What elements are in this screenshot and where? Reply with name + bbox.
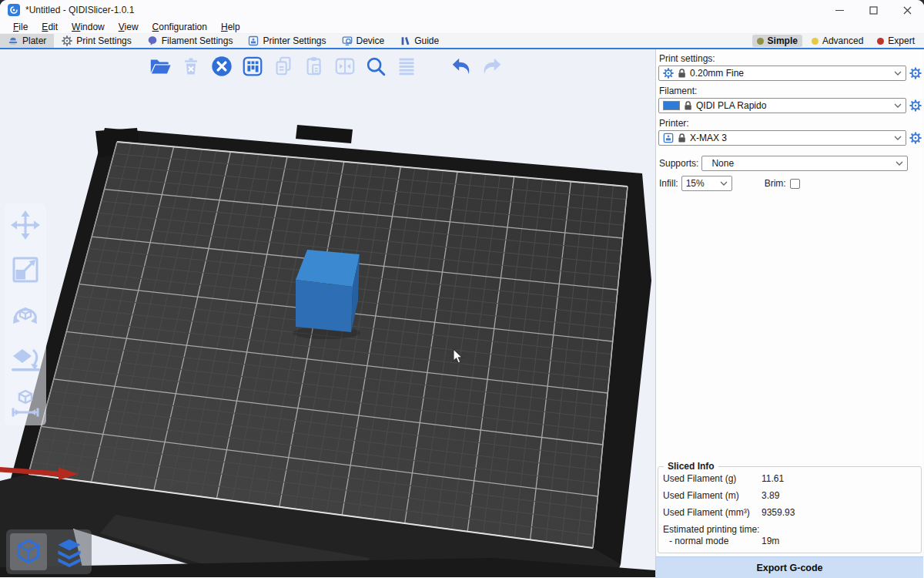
search-icon[interactable] xyxy=(363,54,387,78)
scale-icon[interactable] xyxy=(8,252,43,287)
menu-configuration[interactable]: Configuration xyxy=(146,22,214,32)
open-icon[interactable] xyxy=(148,54,172,78)
printer-value: X-MAX 3 xyxy=(690,133,890,143)
chevron-down-icon xyxy=(896,161,903,166)
filament-label: Filament: xyxy=(659,86,923,96)
printer-dropdown[interactable]: X-MAX 3 xyxy=(658,130,906,146)
tab-guide[interactable]: Guide xyxy=(392,34,447,48)
printer-label: Printer: xyxy=(659,119,923,129)
sliced-info-panel: Sliced Info Used Filament (g) 11.61 Used… xyxy=(658,466,922,553)
settings-panel: Print settings: 0.20mm Fine Filament: QI… xyxy=(655,49,923,578)
mode-selector: Simple Advanced Expert xyxy=(752,34,924,48)
printer-icon xyxy=(248,35,259,46)
print-settings-gear-button[interactable] xyxy=(909,67,922,79)
sliced-info-title: Sliced Info xyxy=(664,461,718,472)
arrange-icon[interactable] xyxy=(240,54,264,78)
lock-icon xyxy=(684,101,692,111)
tab-printer-settings[interactable]: Printer Settings xyxy=(240,34,333,48)
lock-icon xyxy=(678,133,686,143)
chevron-down-icon xyxy=(894,71,902,76)
guide-icon xyxy=(400,35,410,46)
print-settings-label: Print settings: xyxy=(659,54,923,64)
app-window: *Untitled - QIDISlicer-1.0.1 File Edit W… xyxy=(0,0,924,578)
measure-icon[interactable] xyxy=(8,386,43,422)
tab-filament-settings[interactable]: Filament Settings xyxy=(139,34,241,48)
filament-color-swatch xyxy=(663,101,680,110)
supports-value: None xyxy=(711,158,892,169)
print-settings-dropdown[interactable]: 0.20mm Fine xyxy=(658,66,906,81)
window-title: *Untitled - QIDISlicer-1.0.1 xyxy=(25,5,134,15)
3d-editor-view-icon[interactable] xyxy=(10,533,47,570)
delete-all-icon[interactable] xyxy=(209,54,233,78)
brim-checkbox[interactable] xyxy=(790,179,800,189)
device-icon xyxy=(342,35,353,46)
menu-window[interactable]: Window xyxy=(65,22,112,32)
plater-toolbar xyxy=(148,54,504,78)
export-gcode-button[interactable]: Export G-code xyxy=(656,556,923,578)
infill-dropdown[interactable]: 15% xyxy=(681,176,732,191)
infill-value: 15% xyxy=(686,178,716,189)
chevron-down-icon xyxy=(720,181,728,186)
printer-icon xyxy=(663,133,674,143)
sliced-info-row: Used Filament (mm³) 9359.93 xyxy=(663,507,916,518)
chevron-down-icon xyxy=(894,136,902,140)
plater-icon xyxy=(8,35,18,46)
title-bar: *Untitled - QIDISlicer-1.0.1 xyxy=(0,0,924,20)
supports-label: Supports: xyxy=(659,158,698,169)
filament-gear-button[interactable] xyxy=(909,99,922,112)
printer-gear-button[interactable] xyxy=(909,132,922,144)
menu-file[interactable]: File xyxy=(6,22,35,32)
variable-layer-height-icon[interactable] xyxy=(394,54,418,78)
menu-view[interactable]: View xyxy=(112,22,146,32)
menu-edit[interactable]: Edit xyxy=(35,22,65,32)
supports-dropdown[interactable]: None xyxy=(701,156,908,171)
tab-plater[interactable]: Plater xyxy=(0,34,54,48)
filament-value: QIDI PLA Rapido xyxy=(696,100,890,111)
tab-device[interactable]: Device xyxy=(334,34,393,48)
estimated-time-header: Estimated printing time: xyxy=(663,524,916,535)
close-button[interactable] xyxy=(890,0,924,20)
place-on-face-icon[interactable] xyxy=(8,341,43,377)
lock-icon xyxy=(678,69,686,79)
view-mode-toolbar xyxy=(6,529,92,574)
mode-advanced[interactable]: Advanced xyxy=(807,35,868,47)
gizmo-toolbar xyxy=(5,203,46,425)
tab-bar: Plater Print Settings Filament Settings … xyxy=(0,34,924,49)
undo-icon[interactable] xyxy=(449,54,473,78)
infill-label: Infill: xyxy=(659,178,678,189)
print-settings-value: 0.20mm Fine xyxy=(690,68,890,79)
redo-icon[interactable] xyxy=(480,54,504,78)
brim-label: Brim: xyxy=(765,178,786,189)
chevron-down-icon xyxy=(894,103,902,108)
build-plate-scene xyxy=(0,49,655,577)
tab-print-settings[interactable]: Print Settings xyxy=(54,34,139,48)
filament-dropdown[interactable]: QIDI PLA Rapido xyxy=(658,98,906,113)
split-objects-icon[interactable] xyxy=(333,54,357,78)
viewport-3d[interactable] xyxy=(0,49,655,577)
menu-bar: File Edit Window View Configuration Help xyxy=(0,20,924,34)
sliced-info-row: Used Filament (g) 11.61 xyxy=(663,473,916,484)
mode-expert[interactable]: Expert xyxy=(872,35,919,47)
move-icon[interactable] xyxy=(8,207,43,243)
maximize-button[interactable] xyxy=(856,0,890,20)
model-cube[interactable] xyxy=(296,250,360,332)
sliced-info-time-row: - normal mode 19m xyxy=(669,536,916,546)
copy-icon[interactable] xyxy=(271,54,295,78)
sliced-info-row: Used Filament (m) 3.89 xyxy=(663,490,916,501)
mode-simple[interactable]: Simple xyxy=(752,35,802,47)
app-icon xyxy=(8,4,20,16)
minimize-button[interactable] xyxy=(822,0,856,20)
paste-icon[interactable] xyxy=(302,54,326,78)
delete-icon[interactable] xyxy=(179,54,203,78)
menu-help[interactable]: Help xyxy=(214,22,247,32)
gear-icon xyxy=(62,35,72,46)
preview-sliced-layers-icon[interactable] xyxy=(51,533,88,570)
filament-icon xyxy=(147,35,158,46)
gear-icon xyxy=(663,68,674,79)
rotate-icon[interactable] xyxy=(8,297,43,332)
